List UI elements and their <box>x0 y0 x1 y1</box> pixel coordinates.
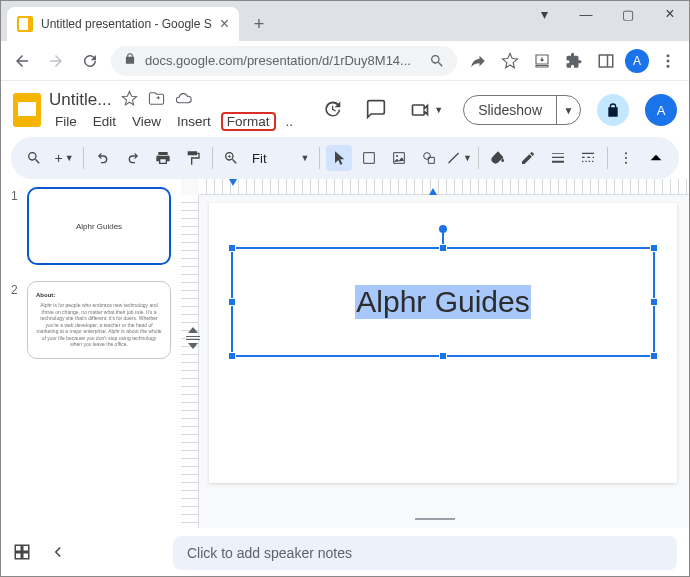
resize-handle[interactable] <box>228 244 236 252</box>
textbox-content[interactable]: Alphr Guides <box>355 285 530 319</box>
meet-icon[interactable]: ▼ <box>406 96 447 124</box>
shape-tool[interactable] <box>416 145 442 171</box>
browser-navbar: docs.google.com/presentation/d/1rDuy8M14… <box>1 41 689 81</box>
toolbar: +▼ Fit▼ ▼ <box>11 137 679 179</box>
ruler-vertical[interactable] <box>181 195 199 528</box>
zoom-button[interactable] <box>218 145 244 171</box>
border-dash-button[interactable] <box>575 145 601 171</box>
chevron-down-icon[interactable]: ▾ <box>529 6 559 22</box>
slides-favicon <box>17 16 33 32</box>
back-button[interactable] <box>9 48 35 74</box>
forward-button[interactable] <box>43 48 69 74</box>
resize-handle[interactable] <box>439 244 447 252</box>
grid-view-icon[interactable] <box>13 543 35 564</box>
share-button[interactable] <box>597 94 629 126</box>
splitter-handle[interactable] <box>185 327 201 359</box>
thumb-index: 1 <box>11 187 21 265</box>
new-tab-button[interactable]: + <box>245 10 273 38</box>
lock-icon <box>123 52 137 69</box>
minimize-window-icon[interactable]: — <box>571 7 601 22</box>
line-tool[interactable]: ▼ <box>446 145 472 171</box>
extensions-icon[interactable] <box>561 48 587 74</box>
speaker-notes-placeholder: Click to add speaker notes <box>187 545 352 561</box>
fill-color-button[interactable] <box>485 145 511 171</box>
border-color-button[interactable] <box>515 145 541 171</box>
zoom-fit-dropdown[interactable]: Fit▼ <box>248 151 313 166</box>
account-avatar[interactable]: A <box>645 94 677 126</box>
paint-format-button[interactable] <box>180 145 206 171</box>
explore-prev-icon[interactable] <box>49 543 63 564</box>
undo-button[interactable] <box>90 145 116 171</box>
svg-point-2 <box>667 64 670 67</box>
sidepanel-icon[interactable] <box>593 48 619 74</box>
svg-point-7 <box>625 162 627 164</box>
app-header: Untitle... File Edit View Insert Format … <box>1 81 689 133</box>
resize-handle[interactable] <box>228 352 236 360</box>
print-button[interactable] <box>150 145 176 171</box>
zoom-indicator-icon[interactable] <box>429 48 445 74</box>
new-slide-button[interactable]: +▼ <box>51 145 77 171</box>
slide-canvas[interactable]: Alphr Guides <box>209 203 677 483</box>
resize-handle[interactable] <box>650 298 658 306</box>
image-tool[interactable] <box>386 145 412 171</box>
document-title[interactable]: Untitle... <box>49 90 111 110</box>
slide-thumbnails: 1 Alphr Guides 2 About: Alphr is for peo… <box>1 179 181 528</box>
search-menus-icon[interactable] <box>21 145 47 171</box>
resize-handle[interactable] <box>650 244 658 252</box>
menu-overflow[interactable]: .. <box>280 112 300 131</box>
slideshow-main[interactable]: Slideshow <box>464 96 556 124</box>
more-options-icon[interactable] <box>613 145 639 171</box>
url-bar[interactable]: docs.google.com/presentation/d/1rDuy8M14… <box>111 46 457 76</box>
share-icon[interactable] <box>465 48 491 74</box>
url-text: docs.google.com/presentation/d/1rDuy8M14… <box>145 53 421 68</box>
slides-logo-icon[interactable] <box>13 93 41 127</box>
rotate-handle[interactable] <box>439 225 447 233</box>
canvas-area: Alphr Guides <box>181 179 689 528</box>
svg-point-5 <box>625 152 627 154</box>
svg-point-1 <box>667 59 670 62</box>
menu-edit[interactable]: Edit <box>87 112 122 131</box>
border-weight-button[interactable] <box>545 145 571 171</box>
cloud-status-icon[interactable] <box>175 90 192 110</box>
close-window-icon[interactable]: × <box>655 5 685 23</box>
textbox-selected[interactable]: Alphr Guides <box>231 247 655 357</box>
slideshow-dropdown[interactable]: ▼ <box>556 96 580 124</box>
slide-thumb-1[interactable]: Alphr Guides <box>27 187 171 265</box>
menu-view[interactable]: View <box>126 112 167 131</box>
browser-tab[interactable]: Untitled presentation - Google S × <box>7 7 239 41</box>
move-doc-icon[interactable] <box>148 90 165 110</box>
close-tab-icon[interactable]: × <box>220 16 229 32</box>
resize-handle[interactable] <box>439 352 447 360</box>
svg-point-0 <box>667 54 670 57</box>
slide-pager[interactable] <box>415 518 455 520</box>
star-icon[interactable] <box>497 48 523 74</box>
workspace: 1 Alphr Guides 2 About: Alphr is for peo… <box>1 179 689 528</box>
history-icon[interactable] <box>318 95 346 126</box>
slide-thumb-2[interactable]: About: Alphr is for people who embrace n… <box>27 281 171 359</box>
kebab-menu-icon[interactable] <box>655 48 681 74</box>
svg-point-3 <box>396 155 398 157</box>
resize-handle[interactable] <box>650 352 658 360</box>
comments-icon[interactable] <box>362 95 390 126</box>
menubar: File Edit View Insert Format .. <box>49 112 310 131</box>
select-tool[interactable] <box>326 145 352 171</box>
svg-point-4 <box>424 153 431 160</box>
menu-file[interactable]: File <box>49 112 83 131</box>
profile-avatar[interactable]: A <box>625 49 649 73</box>
reload-button[interactable] <box>77 48 103 74</box>
star-doc-icon[interactable] <box>121 90 138 110</box>
thumb-index: 2 <box>11 281 21 359</box>
collapse-toolbar-icon[interactable] <box>643 145 669 171</box>
install-icon[interactable] <box>529 48 555 74</box>
ruler-horizontal[interactable] <box>199 179 689 195</box>
browser-titlebar: Untitled presentation - Google S × + ▾ —… <box>1 1 689 41</box>
menu-format[interactable]: Format <box>221 112 276 131</box>
speaker-notes[interactable]: Click to add speaker notes <box>173 536 677 570</box>
bottom-bar: Click to add speaker notes <box>1 530 689 576</box>
maximize-window-icon[interactable]: ▢ <box>613 7 643 22</box>
slideshow-button: Slideshow ▼ <box>463 95 581 125</box>
redo-button[interactable] <box>120 145 146 171</box>
menu-insert[interactable]: Insert <box>171 112 217 131</box>
textbox-tool[interactable] <box>356 145 382 171</box>
resize-handle[interactable] <box>228 298 236 306</box>
